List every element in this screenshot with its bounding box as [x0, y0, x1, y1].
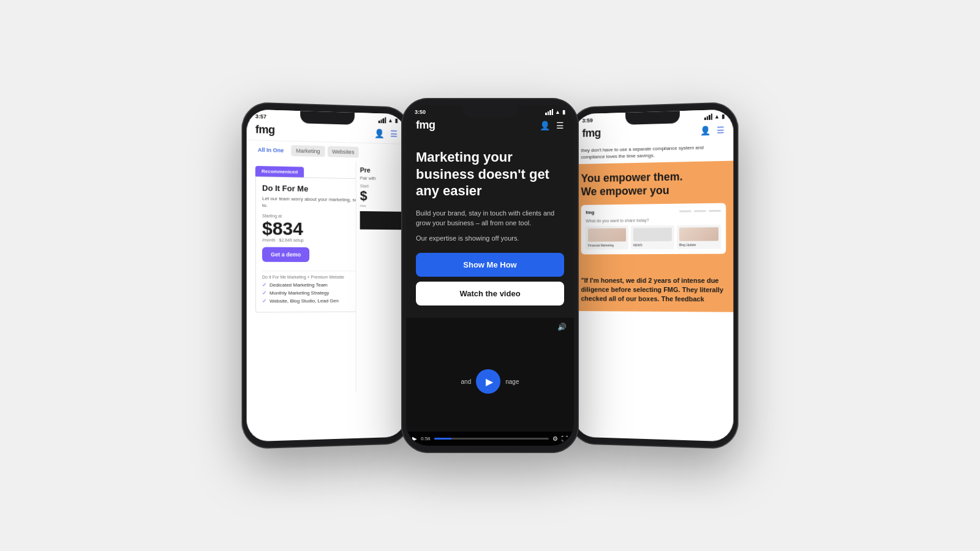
- preview-nav: [679, 209, 721, 212]
- time-left: 3:57: [255, 113, 266, 120]
- phone-center-screen: 3:50 ▲ ▮ fmg 👤 ☰: [406, 105, 574, 446]
- user-icon-left[interactable]: 👤: [374, 128, 384, 138]
- preview-card-2: NEWS: [631, 225, 674, 249]
- notch-left: [300, 111, 355, 125]
- nav-icons-center: 👤 ☰: [540, 121, 564, 130]
- notch-center: [462, 105, 518, 118]
- phone-center: 3:50 ▲ ▮ fmg 👤 ☰: [401, 98, 579, 453]
- time-center: 3:50: [415, 109, 426, 115]
- check-icon-3: ✓: [262, 298, 267, 304]
- status-icons-center: ▲ ▮: [545, 109, 565, 115]
- preview-card-text-3: Blog Update: [679, 242, 718, 246]
- battery-icon-left: ▮: [395, 118, 398, 124]
- status-icons-left: ▲ ▮: [379, 117, 398, 124]
- hero-content: Marketing your business doesn't get any …: [406, 137, 574, 313]
- notch-right: [625, 111, 680, 125]
- preview-dot-3: [709, 209, 721, 211]
- partial-desc: Pair with: [360, 176, 403, 181]
- user-icon-center[interactable]: 👤: [540, 121, 550, 130]
- tab-websites[interactable]: Websites: [327, 146, 359, 157]
- preview-img-2: [633, 227, 672, 241]
- wifi-icon-center: ▲: [555, 109, 560, 115]
- menu-icon-center[interactable]: ☰: [556, 121, 564, 130]
- preview-content: Financial Marketing NEWS Blog Update: [586, 225, 721, 250]
- preview-img-3: [679, 227, 718, 241]
- empower-title: You empower them. We empower you: [581, 170, 726, 198]
- video-text-and: and: [461, 378, 472, 385]
- check-icon-2: ✓: [262, 290, 267, 296]
- user-icon-right[interactable]: 👤: [700, 125, 710, 135]
- tab-all-in-one[interactable]: All In One: [253, 144, 288, 156]
- preview-header: fmg: [586, 208, 721, 215]
- show-me-how-button[interactable]: Show Me How: [416, 253, 564, 277]
- speaker-icon: 🔊: [557, 323, 567, 331]
- preview-dot-2: [694, 210, 706, 212]
- phone-left: 3:57 ▲ ▮ fmg 👤 ☰: [241, 102, 410, 449]
- center-nav: fmg 👤 ☰: [406, 116, 574, 137]
- video-controls: ▶ 0:58 ⚙ ⛶: [406, 432, 574, 446]
- partial-title: Pre: [360, 167, 403, 174]
- tab-marketing[interactable]: Marketing: [291, 145, 325, 157]
- fmg-logo-right: fmg: [582, 127, 600, 140]
- preview-img-1: [588, 228, 626, 241]
- time-right: 3:59: [582, 118, 592, 124]
- scene: 3:57 ▲ ▮ fmg 👤 ☰: [0, 0, 980, 551]
- check-icon-1: ✓: [262, 282, 267, 288]
- play-icon: ▶: [486, 376, 493, 388]
- wifi-icon-right: ▲: [714, 113, 720, 119]
- partial-price: $: [360, 188, 403, 204]
- status-icons-right: ▲ ▮: [704, 113, 725, 120]
- menu-icon-left[interactable]: ☰: [390, 129, 398, 138]
- video-container: 🔊 and ▶ nage ▶ 0:58: [406, 318, 574, 446]
- fmg-logo-left: fmg: [255, 123, 275, 137]
- wifi-icon-left: ▲: [388, 118, 393, 124]
- watch-video-button[interactable]: Watch the video: [416, 282, 564, 305]
- progress-bar[interactable]: [434, 438, 549, 440]
- quote-section: "If I'm honest, we did 2 years of intens…: [574, 268, 733, 312]
- video-time: 0:58: [421, 436, 431, 441]
- preview-card-1: Financial Marketing: [586, 225, 628, 249]
- video-text-nage: nage: [505, 378, 519, 385]
- progress-fill: [434, 438, 451, 440]
- website-preview-card: fmg What do you want to share today?: [581, 203, 726, 254]
- menu-icon-right[interactable]: ☰: [717, 125, 725, 135]
- preview-card-3: Blog Update: [677, 225, 721, 249]
- hero-subtitle: Build your brand, stay in touch with cli…: [416, 208, 564, 228]
- signal-icon-center: [545, 109, 553, 115]
- preview-question: What do you want to share today?: [586, 217, 721, 223]
- quote-text: "If I'm honest, we did 2 years of intens…: [581, 276, 726, 305]
- recommended-badge: Recommeniced: [255, 166, 304, 178]
- battery-icon-center: ▮: [562, 109, 565, 115]
- phone-right: 3:59 ▲ ▮ fmg 👤 ☰: [569, 102, 738, 449]
- signal-icon-right: [704, 114, 712, 120]
- battery-icon-right: ▮: [722, 113, 725, 119]
- settings-icon[interactable]: ⚙: [552, 435, 558, 442]
- compliance-text: they don't have to use a separate compli…: [574, 140, 733, 164]
- preview-dot-1: [679, 210, 692, 212]
- preview-card-text-1: Financial Marketing: [588, 243, 626, 247]
- preview-logo: fmg: [586, 209, 594, 215]
- nav-icons-right: 👤 ☰: [700, 125, 725, 135]
- video-center-group: and ▶ nage: [461, 369, 519, 394]
- hero-tagline: Our expertise is showing off yours.: [416, 234, 564, 242]
- hero-title: Marketing your business doesn't get any …: [416, 149, 564, 200]
- preview-card-text-2: NEWS: [633, 242, 672, 246]
- fmg-logo-center: fmg: [416, 119, 435, 132]
- partial-card-overlay: Pre Pair with Start $ /mo: [356, 161, 406, 392]
- orange-section: You empower them. We empower you fmg: [574, 161, 733, 269]
- fullscreen-icon[interactable]: ⛶: [562, 435, 568, 442]
- phone-left-screen: 3:57 ▲ ▮ fmg 👤 ☰: [247, 109, 406, 441]
- demo-button[interactable]: Get a demo: [262, 247, 309, 262]
- play-button[interactable]: ▶: [476, 369, 500, 394]
- partial-black-bar: [360, 211, 403, 230]
- nav-icons-left: 👤 ☰: [374, 128, 398, 138]
- signal-icon-left: [379, 117, 386, 123]
- play-ctrl-icon[interactable]: ▶: [412, 435, 417, 442]
- phone-right-screen: 3:59 ▲ ▮ fmg 👤 ☰: [574, 109, 733, 441]
